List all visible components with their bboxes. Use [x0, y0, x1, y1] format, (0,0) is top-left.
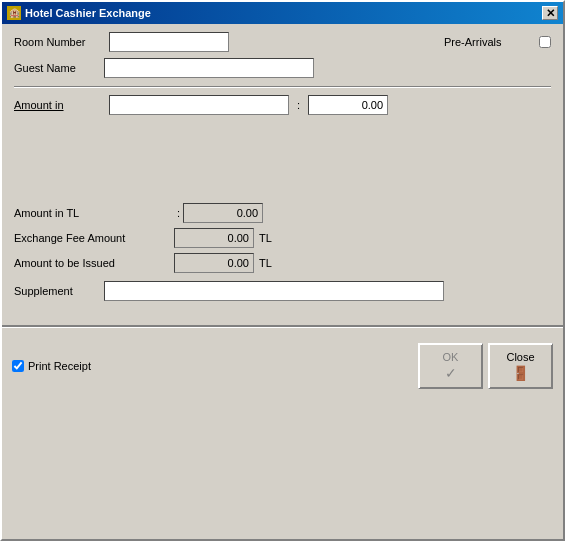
ok-button[interactable]: OK ✓ [418, 343, 483, 389]
guest-name-wrapper [104, 58, 314, 78]
room-number-select[interactable] [109, 32, 229, 52]
close-label: Close [506, 351, 534, 363]
currency-wrapper [109, 95, 289, 115]
exchange-fee-label: Exchange Fee Amount [14, 232, 174, 244]
room-number-row: Room Number Pre-Arrivals [14, 32, 551, 52]
guest-name-select[interactable] [104, 58, 314, 78]
bottom-separator [2, 325, 563, 327]
amount-in-tl-label: Amount in TL [14, 207, 174, 219]
amount-in-tl-value [183, 203, 263, 223]
close-icon: 🚪 [512, 365, 529, 381]
amount-issued-row: Amount to be Issued TL [14, 253, 551, 273]
print-receipt-wrapper: Print Receipt [12, 360, 91, 372]
pre-arrivals-label: Pre-Arrivals [444, 36, 534, 48]
guest-name-row: Guest Name [14, 58, 551, 78]
room-number-left: Room Number [14, 32, 229, 52]
title-bar-left: 🏨 Hotel Cashier Exchange [7, 6, 151, 20]
content-area: Room Number Pre-Arrivals Guest Name [2, 24, 563, 317]
middle-spacer [14, 123, 551, 203]
colon-1: : [297, 99, 300, 111]
amount-issued-value [174, 253, 254, 273]
title-bar: 🏨 Hotel Cashier Exchange ✕ [2, 2, 563, 24]
room-number-wrapper [109, 32, 229, 52]
button-group: OK ✓ Close 🚪 [418, 343, 553, 389]
guest-name-label: Guest Name [14, 62, 104, 74]
title-close-button[interactable]: ✕ [542, 6, 558, 20]
amount-in-tl-row: Amount in TL : [14, 203, 551, 223]
amount-in-input[interactable] [308, 95, 388, 115]
pre-arrivals-row: Pre-Arrivals [444, 36, 551, 48]
footer: Print Receipt OK ✓ Close 🚪 [2, 335, 563, 397]
exchange-fee-suffix: TL [259, 232, 272, 244]
amount-issued-label: Amount to be Issued [14, 257, 174, 269]
supplement-row: Supplement [14, 281, 551, 301]
currency-select[interactable] [109, 95, 289, 115]
print-receipt-label: Print Receipt [28, 360, 91, 372]
amount-issued-suffix: TL [259, 257, 272, 269]
print-receipt-checkbox[interactable] [12, 360, 24, 372]
ok-label: OK [443, 351, 459, 363]
amount-in-row: Amount in : [14, 95, 551, 115]
supplement-input[interactable] [104, 281, 444, 301]
main-window: 🏨 Hotel Cashier Exchange ✕ Room Number P… [0, 0, 565, 541]
window-icon: 🏨 [7, 6, 21, 20]
colon-2: : [177, 207, 180, 219]
exchange-fee-value [174, 228, 254, 248]
pre-arrivals-checkbox[interactable] [539, 36, 551, 48]
amount-in-label: Amount in [14, 99, 104, 111]
ok-icon: ✓ [445, 365, 457, 381]
room-number-label: Room Number [14, 36, 104, 48]
exchange-fee-row: Exchange Fee Amount TL [14, 228, 551, 248]
supplement-label: Supplement [14, 285, 104, 297]
close-button[interactable]: Close 🚪 [488, 343, 553, 389]
separator-1 [14, 86, 551, 87]
window-title: Hotel Cashier Exchange [25, 7, 151, 19]
